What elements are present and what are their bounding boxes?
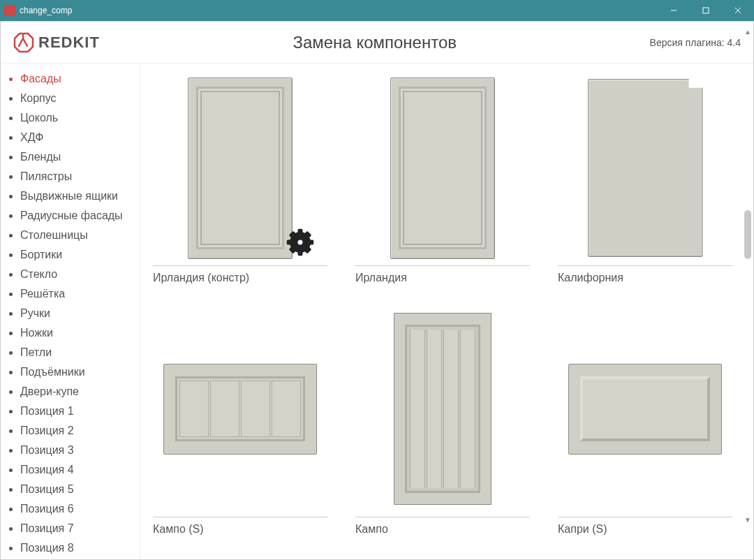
sidebar-item[interactable]: Позиция 4: [20, 460, 140, 480]
sidebar-item[interactable]: Бортики: [20, 245, 140, 265]
sidebar-item[interactable]: Ножки: [20, 323, 140, 343]
component-card[interactable]: Кампо (S): [153, 301, 327, 538]
svg-rect-1: [703, 8, 709, 13]
sidebar-item[interactable]: Позиция 2: [20, 421, 140, 441]
sidebar-item[interactable]: Двери-купе: [20, 382, 140, 401]
gear-icon[interactable]: [286, 228, 315, 257]
header: REDKIT Замена компонентов Версия плагина…: [1, 22, 753, 64]
sidebar-item[interactable]: Позиция 8: [20, 538, 140, 558]
content-area: Ирландия (констр) Ирландия Калифорния: [140, 64, 753, 559]
sidebar-item[interactable]: Позиция 1: [20, 401, 140, 421]
sidebar-item[interactable]: Стекло: [20, 265, 140, 284]
component-card[interactable]: Калифорния: [558, 71, 732, 287]
sidebar: ФасадыКорпусЦокольХДФБлендыПилястрыВыдви…: [1, 64, 140, 559]
component-card[interactable]: Кампо: [355, 301, 530, 538]
card-label: Кампо: [355, 517, 530, 538]
component-card[interactable]: Капри (S): [558, 301, 732, 538]
titlebar: change_comp: [0, 0, 754, 21]
maximize-button[interactable]: [690, 0, 722, 21]
sidebar-item[interactable]: Фасады: [20, 69, 140, 89]
version-label: Версия плагина: 4.4: [650, 37, 741, 48]
sidebar-item[interactable]: ХДФ: [20, 128, 140, 147]
scroll-down-icon[interactable]: ▼: [744, 516, 751, 524]
sidebar-item[interactable]: Позиция 9: [20, 558, 140, 559]
app-icon: [4, 5, 15, 16]
card-label: Кампо (S): [153, 517, 327, 538]
sidebar-item[interactable]: Корпус: [20, 89, 140, 108]
card-label: Ирландия (констр): [153, 266, 327, 287]
sidebar-item[interactable]: Ручки: [20, 304, 140, 323]
component-card[interactable]: Ирландия (констр): [153, 71, 327, 287]
scroll-up-icon[interactable]: ▲: [744, 28, 751, 36]
component-card[interactable]: Ирландия: [355, 71, 530, 287]
sidebar-item[interactable]: Бленды: [20, 147, 140, 167]
app-frame: REDKIT Замена компонентов Версия плагина…: [0, 21, 754, 560]
sidebar-item[interactable]: Радиусные фасады: [20, 206, 140, 226]
svg-point-5: [298, 240, 303, 245]
page-title: Замена компонентов: [100, 33, 650, 52]
card-label: Ирландия: [355, 266, 530, 287]
scroll-thumb[interactable]: [744, 210, 751, 259]
sidebar-item[interactable]: Подъёмники: [20, 362, 140, 382]
sidebar-item[interactable]: Позиция 5: [20, 480, 140, 499]
sidebar-item[interactable]: Решётка: [20, 284, 140, 304]
scrollbar[interactable]: ▲ ▼: [743, 28, 753, 524]
sidebar-item[interactable]: Петли: [20, 343, 140, 362]
logo-text: REDKIT: [38, 34, 100, 52]
minimize-button[interactable]: [658, 0, 690, 21]
logo-icon: [13, 32, 34, 53]
sidebar-item[interactable]: Выдвижные ящики: [20, 186, 140, 206]
window-title: change_comp: [20, 6, 72, 15]
sidebar-item[interactable]: Пилястры: [20, 167, 140, 186]
sidebar-item[interactable]: Столешницы: [20, 226, 140, 245]
sidebar-item[interactable]: Цоколь: [20, 108, 140, 128]
logo: REDKIT: [13, 32, 100, 53]
card-label: Калифорния: [558, 266, 732, 287]
card-label: Капри (S): [558, 517, 732, 538]
sidebar-item[interactable]: Позиция 7: [20, 519, 140, 538]
sidebar-item[interactable]: Позиция 6: [20, 499, 140, 519]
close-button[interactable]: [722, 0, 754, 21]
sidebar-item[interactable]: Позиция 3: [20, 441, 140, 460]
